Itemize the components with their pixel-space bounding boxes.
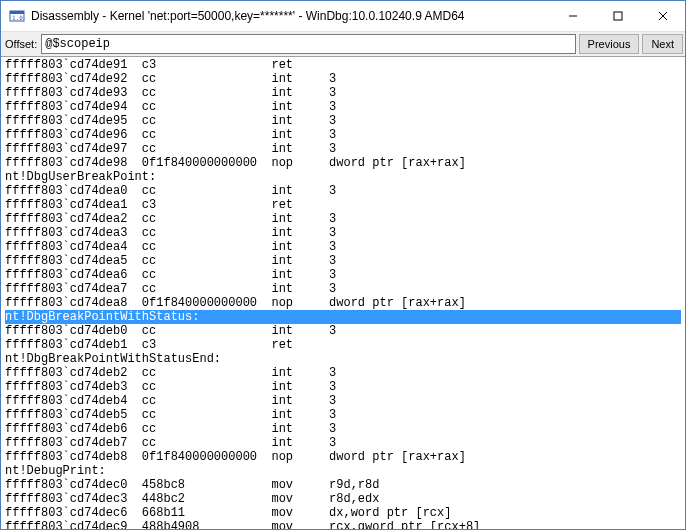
disasm-line[interactable]: fffff803`cd74dec9 488b4908 mov rcx,qword…	[5, 520, 681, 529]
symbol-label[interactable]: nt!DbgUserBreakPoint:	[5, 170, 681, 184]
disasm-line[interactable]: fffff803`cd74de92 cc int 3	[5, 72, 681, 86]
disasm-line[interactable]: fffff803`cd74dea3 cc int 3	[5, 226, 681, 240]
disasm-line[interactable]: fffff803`cd74dea1 c3 ret	[5, 198, 681, 212]
window-controls	[550, 2, 685, 31]
offset-label: Offset:	[3, 38, 41, 50]
symbol-label[interactable]: nt!DbgBreakPointWithStatusEnd:	[5, 352, 681, 366]
disasm-line[interactable]: fffff803`cd74deb4 cc int 3	[5, 394, 681, 408]
disasm-line[interactable]: fffff803`cd74dea4 cc int 3	[5, 240, 681, 254]
disasm-line[interactable]: fffff803`cd74dea2 cc int 3	[5, 212, 681, 226]
disasm-line[interactable]: fffff803`cd74dec3 448bc2 mov r8d,edx	[5, 492, 681, 506]
disasm-line[interactable]: fffff803`cd74dea6 cc int 3	[5, 268, 681, 282]
disassembly-window: 1.0 Disassembly - Kernel 'net:port=50000…	[0, 0, 686, 530]
disasm-line[interactable]: fffff803`cd74deb0 cc int 3	[5, 324, 681, 338]
app-icon: 1.0	[8, 7, 26, 25]
disasm-line[interactable]: fffff803`cd74deb1 c3 ret	[5, 338, 681, 352]
disasm-line[interactable]: fffff803`cd74deb6 cc int 3	[5, 422, 681, 436]
disasm-line[interactable]: fffff803`cd74deb7 cc int 3	[5, 436, 681, 450]
disasm-line[interactable]: fffff803`cd74de93 cc int 3	[5, 86, 681, 100]
disasm-line[interactable]: fffff803`cd74dec6 668b11 mov dx,word ptr…	[5, 506, 681, 520]
symbol-label[interactable]: nt!DbgBreakPointWithStatus:	[5, 310, 681, 324]
disasm-line[interactable]: fffff803`cd74dea0 cc int 3	[5, 184, 681, 198]
disasm-line[interactable]: fffff803`cd74dec0 458bc8 mov r9d,r8d	[5, 478, 681, 492]
next-button[interactable]: Next	[642, 34, 683, 54]
disasm-line[interactable]: fffff803`cd74dea7 cc int 3	[5, 282, 681, 296]
disasm-line[interactable]: fffff803`cd74deb2 cc int 3	[5, 366, 681, 380]
disasm-line[interactable]: fffff803`cd74dea5 cc int 3	[5, 254, 681, 268]
svg-rect-4	[614, 12, 622, 20]
maximize-button[interactable]	[595, 2, 640, 31]
titlebar[interactable]: 1.0 Disassembly - Kernel 'net:port=50000…	[1, 1, 685, 32]
disasm-line[interactable]: fffff803`cd74de98 0f1f840000000000 nop d…	[5, 156, 681, 170]
disasm-line[interactable]: fffff803`cd74de97 cc int 3	[5, 142, 681, 156]
offset-input[interactable]	[41, 34, 575, 54]
close-button[interactable]	[640, 2, 685, 31]
svg-text:1.0: 1.0	[12, 14, 23, 21]
disasm-line[interactable]: fffff803`cd74de95 cc int 3	[5, 114, 681, 128]
symbol-label[interactable]: nt!DebugPrint:	[5, 464, 681, 478]
disassembly-listing[interactable]: fffff803`cd74de91 c3 ret fffff803`cd74de…	[1, 57, 685, 529]
previous-button[interactable]: Previous	[579, 34, 640, 54]
minimize-button[interactable]	[550, 2, 595, 31]
disasm-line[interactable]: fffff803`cd74deb3 cc int 3	[5, 380, 681, 394]
disasm-line[interactable]: fffff803`cd74deb5 cc int 3	[5, 408, 681, 422]
window-title: Disassembly - Kernel 'net:port=50000,key…	[31, 9, 550, 23]
disasm-line[interactable]: fffff803`cd74de94 cc int 3	[5, 100, 681, 114]
disasm-line[interactable]: fffff803`cd74dea8 0f1f840000000000 nop d…	[5, 296, 681, 310]
disasm-line[interactable]: fffff803`cd74de91 c3 ret	[5, 58, 681, 72]
disasm-line[interactable]: fffff803`cd74de96 cc int 3	[5, 128, 681, 142]
disasm-line[interactable]: fffff803`cd74deb8 0f1f840000000000 nop d…	[5, 450, 681, 464]
toolbar: Offset: Previous Next	[1, 32, 685, 57]
